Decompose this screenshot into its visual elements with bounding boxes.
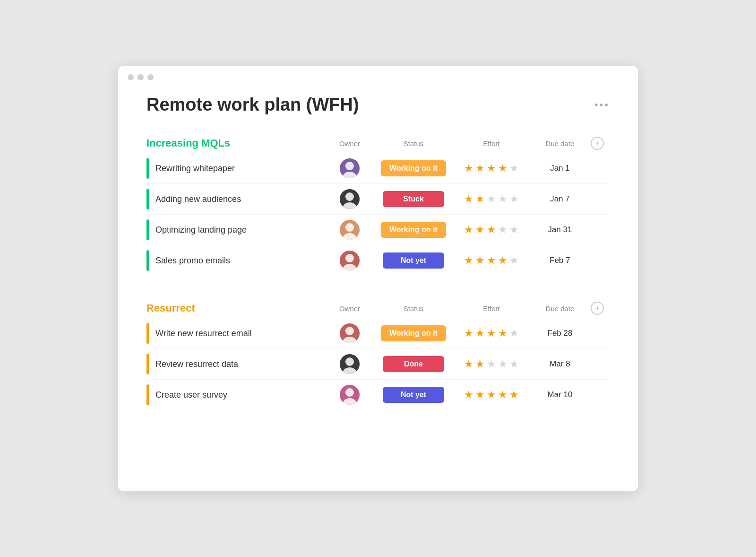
section-title: Resurrect: [146, 302, 195, 314]
star-icon: ★: [487, 389, 496, 401]
status-badge[interactable]: Done: [383, 356, 444, 372]
star-icon: ★: [464, 389, 473, 401]
col-header-effort: Effort: [454, 305, 529, 313]
status-cell[interactable]: Working on it: [373, 160, 454, 176]
star-icon: ★: [475, 162, 485, 174]
avatar: [340, 251, 360, 270]
star-icon: ★: [487, 358, 496, 370]
col-add: +: [591, 137, 610, 150]
task-name: Adding new audiences: [155, 194, 241, 204]
table-row: Review resurrect data Done ★★★★★ Mar 8: [146, 349, 610, 380]
status-badge[interactable]: Not yet: [383, 387, 444, 403]
task-name: Rewriting whitepaper: [155, 164, 235, 174]
status-badge[interactable]: Working on it: [381, 160, 446, 176]
task-bar: [146, 189, 149, 209]
add-task-button[interactable]: +: [591, 137, 604, 150]
col-header-effort: Effort: [454, 139, 529, 148]
section-increasing-mqls: Increasing MQLs Owner Status Effort Due …: [146, 134, 610, 276]
duedate-cell: Mar 8: [529, 359, 591, 369]
star-icon: ★: [464, 327, 473, 339]
star-icon: ★: [487, 193, 496, 205]
table-row: Sales promo emails Not yet ★★★★★ Feb 7: [146, 245, 610, 276]
main-content: Remote work plan (WFH) ••• Increasing MQ…: [118, 85, 638, 452]
status-badge[interactable]: Working on it: [381, 222, 446, 238]
star-icon: ★: [498, 254, 507, 267]
status-badge[interactable]: Stuck: [383, 191, 444, 207]
col-add: +: [591, 302, 610, 315]
star-icon: ★: [509, 327, 519, 339]
task-name: Optimizing landing page: [155, 225, 247, 235]
task-name-cell: Write new resurrect email: [146, 323, 326, 344]
owner-cell: [326, 385, 373, 405]
star-icon: ★: [498, 358, 507, 370]
task-bar: [146, 250, 149, 271]
dot-red: [128, 74, 134, 80]
avatar: [340, 354, 360, 374]
duedate-cell: Feb 28: [529, 329, 591, 338]
effort-cell: ★★★★★: [454, 224, 529, 236]
section-title: Increasing MQLs: [146, 137, 230, 149]
duedate-cell: Mar 10: [529, 390, 591, 400]
status-badge[interactable]: Not yet: [383, 252, 444, 269]
col-header-status: Status: [373, 139, 454, 148]
star-icon: ★: [509, 358, 519, 370]
star-icon: ★: [509, 162, 519, 174]
status-cell[interactable]: Working on it: [373, 222, 454, 238]
star-icon: ★: [475, 327, 485, 339]
star-icon: ★: [487, 327, 496, 339]
dot-yellow: [137, 74, 144, 80]
section-title-cell: Increasing MQLs: [146, 137, 326, 149]
avatar: [340, 323, 360, 343]
status-cell[interactable]: Working on it: [373, 325, 454, 341]
col-header-owner: Owner: [326, 305, 373, 313]
svg-point-10: [345, 254, 354, 262]
task-name-cell: Sales promo emails: [146, 250, 326, 271]
effort-cell: ★★★★★: [454, 254, 529, 267]
effort-cell: ★★★★★: [454, 358, 529, 370]
duedate-cell: Jan 1: [529, 164, 591, 173]
titlebar: [118, 66, 638, 85]
owner-cell: [326, 354, 373, 374]
star-icon: ★: [498, 193, 507, 205]
avatar: [340, 158, 360, 178]
effort-cell: ★★★★★: [454, 162, 529, 174]
task-bar: [146, 158, 149, 179]
owner-cell: [326, 251, 373, 270]
duedate-cell: Feb 7: [529, 256, 591, 265]
avatar: [340, 220, 360, 240]
table-row: Adding new audiences Stuck ★★★★★ Jan 7: [146, 184, 610, 215]
owner-cell: [326, 158, 373, 178]
effort-cell: ★★★★★: [454, 389, 529, 401]
status-cell[interactable]: Not yet: [373, 387, 454, 403]
star-icon: ★: [487, 162, 496, 174]
table-row: Optimizing landing page Working on it ★★…: [146, 215, 610, 245]
star-icon: ★: [475, 224, 485, 236]
owner-cell: [326, 323, 373, 343]
owner-cell: [326, 189, 373, 209]
star-icon: ★: [475, 193, 485, 205]
status-cell[interactable]: Not yet: [373, 252, 454, 269]
task-name-cell: Rewriting whitepaper: [146, 158, 326, 179]
status-cell[interactable]: Done: [373, 356, 454, 372]
table-row: Write new resurrect email Working on it …: [146, 318, 610, 349]
task-bar: [146, 354, 149, 374]
star-icon: ★: [509, 224, 519, 236]
task-name: Review resurrect data: [155, 359, 238, 369]
app-window: Remote work plan (WFH) ••• Increasing MQ…: [118, 66, 638, 491]
status-cell[interactable]: Stuck: [373, 191, 454, 207]
table-row: Create user survey Not yet ★★★★★ Mar 10: [146, 380, 610, 410]
add-task-button[interactable]: +: [591, 302, 604, 315]
effort-cell: ★★★★★: [454, 193, 529, 205]
more-options-button[interactable]: •••: [594, 99, 610, 111]
page-title: Remote work plan (WFH): [146, 95, 359, 115]
svg-point-4: [345, 192, 354, 201]
status-badge[interactable]: Working on it: [381, 325, 446, 341]
task-bar: [146, 323, 149, 344]
task-name-cell: Review resurrect data: [146, 354, 326, 374]
task-name-cell: Adding new audiences: [146, 189, 326, 209]
star-icon: ★: [475, 254, 485, 267]
star-icon: ★: [487, 224, 496, 236]
task-bar: [146, 219, 149, 240]
star-icon: ★: [464, 162, 473, 174]
task-bar: [146, 384, 149, 405]
